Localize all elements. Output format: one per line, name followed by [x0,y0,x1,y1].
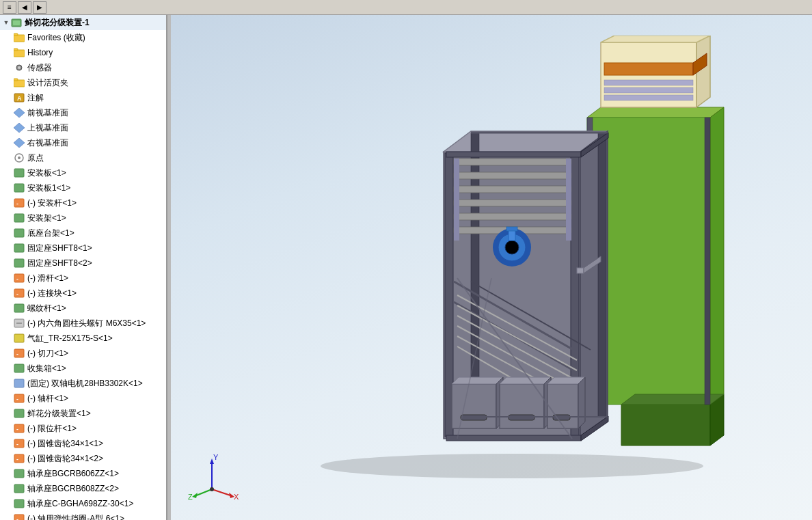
tree-item[interactable]: ▶安装板<1> [0,165,166,180]
svg-rect-61 [604,63,693,75]
svg-rect-105 [547,384,578,428]
svg-line-125 [195,489,212,496]
tree-item-label: Favorites (收藏) [27,32,85,44]
svg-rect-8 [14,80,25,87]
tree-item-label: 上视基准面 [27,122,68,134]
tree-item-icon [14,137,25,148]
tree-item-label: 底座台架<1> [27,228,75,239]
tree-item-label: 安装架<1> [27,213,66,224]
tree-item-icon [14,333,25,344]
tree-item[interactable]: ▶轴承座BGCRB608ZZ<2> [0,481,166,496]
tree-item[interactable]: ▶前视基准面 [0,105,166,120]
tree-item-label: 安装板1<1> [27,182,70,194]
machine-svg [259,36,737,487]
svg-rect-29 [14,304,24,312]
tree-item[interactable]: ▶-(-) 切刀<1> [0,346,166,361]
tree-item[interactable]: ▶-(-) 安装杆<1> [0,195,166,210]
svg-text:-: - [16,456,18,463]
tree-item[interactable]: ▶-(-) 连接块<1> [0,286,166,301]
tree-item-icon: - [14,197,25,208]
tree-item[interactable]: ▶传感器 [0,60,166,75]
tree-item[interactable]: ▶设计活页夹 [0,75,166,90]
svg-marker-54 [710,107,724,405]
tree-item-label: 轴承座BGCRB606ZZ<1> [27,468,119,480]
tree-item[interactable]: ▶固定座SHFT8<1> [0,241,166,256]
svg-rect-75 [454,159,571,165]
tree-item-icon: - [14,453,25,464]
menu-button[interactable]: ≡ [3,1,16,14]
svg-rect-9 [14,79,18,81]
tree-item[interactable]: ▶上视基准面 [0,120,166,135]
tree-item[interactable]: ▶-(-) 轴杆<1> [0,391,166,406]
tree-item-label: 轴承座BGCRB608ZZ<2> [27,483,119,495]
tree-item[interactable]: ▶A注解 [0,90,166,105]
svg-rect-64 [604,87,693,93]
svg-rect-5 [14,49,18,51]
tree-item-icon [14,303,25,314]
svg-text:A: A [17,95,22,102]
tree-item[interactable]: ▶-(-) 圆锥齿轮34×1<2> [0,451,166,466]
tree-item-label: 右视基准面 [27,137,68,149]
svg-rect-113 [577,268,584,273]
tree-item[interactable]: ▶收集箱<1> [0,361,166,376]
tree-item-icon [14,483,25,494]
tree-item-icon [14,47,25,58]
tree-item-label: 螺纹杆<1> [27,303,66,314]
svg-marker-107 [578,377,585,428]
tree-item[interactable]: ▶轴承座C-BGHA698ZZ-30<1> [0,496,166,511]
tree-item-label: 原点 [27,152,44,164]
tree-item[interactable]: ▶螺纹杆<1> [0,301,166,316]
tree-item-label: History [27,47,53,59]
svg-rect-39 [14,409,24,418]
tree-item-icon: - [14,348,25,359]
toolbar: ≡ ◀ ▶ [0,0,812,15]
tree-item-icon [14,378,25,389]
svg-marker-74 [598,133,606,417]
tree-item[interactable]: ▶安装架<1> [0,210,166,225]
tree-item[interactable]: ▶-(-) 轴用弹性挡圈-A型 6<1> [0,511,166,520]
svg-rect-2 [14,35,25,42]
svg-rect-79 [454,213,571,220]
tree-item[interactable]: ▶气缸_TR-25X175-S<1> [0,331,166,346]
svg-marker-52 [587,107,724,118]
tree-item[interactable]: ▶-(-) 圆锥齿轮34×1<1> [0,436,166,451]
tree-item-label: (固定) 双轴电机28HB3302K<1> [27,378,143,389]
svg-point-51 [321,454,703,478]
tree-item[interactable]: ▶(固定) 双轴电机28HB3302K<1> [0,376,166,391]
tree-item-icon: - [14,423,25,434]
svg-marker-55 [621,405,710,446]
svg-rect-65 [604,95,693,100]
tree-item-icon [14,77,25,88]
tree-item[interactable]: ▶原点 [0,150,166,165]
svg-rect-36 [14,379,24,387]
tree-item[interactable]: ▶Favorites (收藏) [0,30,166,45]
tree-item[interactable]: ▶-(-) 滑杆<1> [0,271,166,286]
tree-item[interactable]: ▶右视基准面 [0,135,166,150]
tree-item-label: 固定座SHFT8<2> [27,258,92,269]
svg-rect-77 [454,186,571,193]
tree-item-icon: - [14,288,25,299]
tree-item[interactable]: ▶轴承座BGCRB606ZZ<1> [0,466,166,481]
tree-item-icon [14,152,25,163]
svg-marker-69 [444,131,608,152]
tree-item[interactable]: ▶(-) 内六角圆柱头螺钉 M6X35<1> [0,316,166,331]
tree-item-icon: - [14,273,25,284]
svg-marker-60 [601,36,710,42]
svg-rect-67 [705,118,710,405]
tree-item[interactable]: ▶固定座SHFT8<2> [0,256,166,271]
forward-button[interactable]: ▶ [33,1,46,14]
tree-item-icon [14,498,25,509]
tree-item-icon [14,318,25,329]
tree-item[interactable]: ▶底座台架<1> [0,225,166,241]
tree-item[interactable]: ▶鲜花分级装置<1> [0,406,166,421]
tree-item[interactable]: ▶-(-) 限位杆<1> [0,421,166,436]
tree-item-icon [14,243,25,254]
tree-item-icon [14,363,25,374]
svg-text:-: - [16,200,18,207]
viewport[interactable]: Y X Z [171,15,812,520]
back-button[interactable]: ◀ [18,1,31,14]
tree-item[interactable]: ▶History [0,45,166,60]
tree-root[interactable]: ▼ 鲜切花分级装置-1 [0,15,166,30]
root-label: 鲜切花分级装置-1 [25,17,90,29]
tree-item[interactable]: ▶安装板1<1> [0,180,166,195]
